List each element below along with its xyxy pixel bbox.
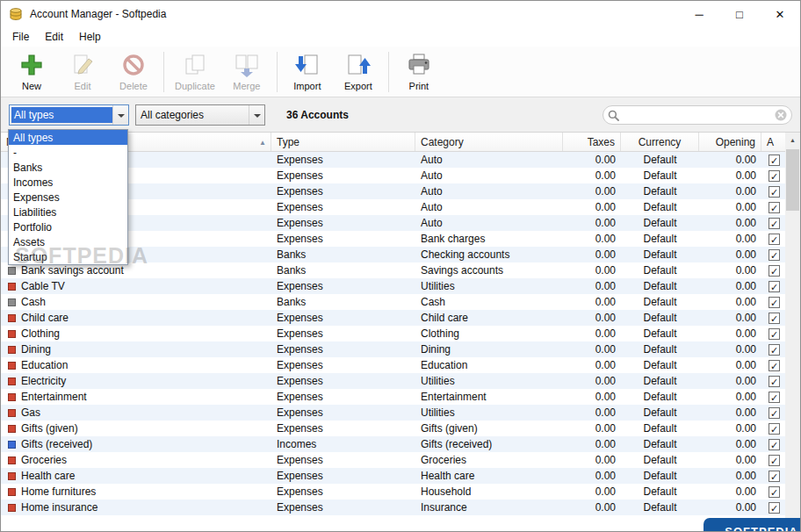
table-row[interactable]: Child careExpensesChild care0.00Default0… xyxy=(1,310,787,326)
active-checkbox[interactable]: ✓ xyxy=(769,186,780,198)
export-button[interactable]: Export xyxy=(333,49,384,95)
search-box[interactable] xyxy=(603,105,792,125)
account-currency-cell: Default xyxy=(621,168,699,183)
active-checkbox[interactable]: ✓ xyxy=(769,218,780,229)
toolbar-button-label: New xyxy=(22,81,41,91)
table-row[interactable]: ClothingExpensesClothing0.00Default0.00✓ xyxy=(1,326,787,341)
column-header-opening[interactable]: Opening xyxy=(699,133,761,151)
table-row[interactable]: Home furnituresExpensesHousehold0.00Defa… xyxy=(1,484,787,500)
active-checkbox[interactable]: ✓ xyxy=(769,344,780,356)
active-checkbox[interactable]: ✓ xyxy=(769,376,780,387)
column-header-category[interactable]: Category xyxy=(415,133,563,151)
search-input[interactable] xyxy=(619,109,775,121)
print-button[interactable]: Print xyxy=(393,49,444,95)
active-checkbox[interactable]: ✓ xyxy=(769,455,780,466)
column-header-taxes[interactable]: Taxes xyxy=(563,133,621,151)
duplicate-icon xyxy=(182,52,208,78)
active-checkbox[interactable]: ✓ xyxy=(769,155,780,166)
type-option-assets[interactable]: Assets xyxy=(9,234,127,249)
toolbar-button-label: Edit xyxy=(75,81,91,91)
active-checkbox[interactable]: ✓ xyxy=(769,423,780,435)
active-checkbox[interactable]: ✓ xyxy=(769,439,780,450)
account-taxes-cell: 0.00 xyxy=(563,389,621,405)
table-row[interactable]: EducationExpensesEducation0.00Default0.0… xyxy=(1,357,787,373)
table-row[interactable]: EntertainmentExpensesEntertainment0.00De… xyxy=(1,389,787,405)
active-checkbox[interactable]: ✓ xyxy=(769,281,780,292)
active-checkbox[interactable]: ✓ xyxy=(769,328,780,340)
account-category-cell: Utilities xyxy=(415,373,563,389)
active-checkbox[interactable]: ✓ xyxy=(769,392,780,403)
type-option-banks[interactable]: Banks xyxy=(9,160,127,175)
active-checkbox[interactable]: ✓ xyxy=(769,265,780,277)
account-currency-cell: Default xyxy=(621,341,699,357)
type-option-expenses[interactable]: Expenses xyxy=(9,190,127,205)
clear-search-icon[interactable] xyxy=(775,109,787,121)
category-filter-dropdown[interactable]: All categories xyxy=(135,104,265,126)
table-row[interactable]: GroceriesExpensesGroceries0.00Default0.0… xyxy=(1,452,787,468)
menu-item-help[interactable]: Help xyxy=(71,28,109,46)
account-currency-cell: Default xyxy=(621,231,699,247)
account-type-cell: Expenses xyxy=(271,500,415,515)
account-type-color-icon xyxy=(8,377,16,385)
table-row[interactable]: Gifts (received)IncomesGifts (received)0… xyxy=(1,436,787,452)
column-header-currency[interactable]: Currency xyxy=(621,133,699,151)
account-currency-cell: Default xyxy=(621,262,699,278)
active-checkbox[interactable]: ✓ xyxy=(769,407,780,419)
vertical-scrollbar[interactable]: ▲ ▼ xyxy=(785,133,800,531)
table-row[interactable]: Cable TVExpensesUtilities0.00Default0.00… xyxy=(1,278,787,294)
type-filter-dropdown[interactable]: All types xyxy=(9,104,129,126)
active-checkbox[interactable]: ✓ xyxy=(769,313,780,324)
type-option-startup[interactable]: Startup xyxy=(9,249,127,264)
scroll-up-arrow[interactable]: ▲ xyxy=(785,133,800,147)
close-button[interactable]: ✕ xyxy=(760,1,800,27)
app-window: Account Manager - Softpedia ─ □ ✕ FileEd… xyxy=(0,0,801,532)
minimize-button[interactable]: ─ xyxy=(679,1,719,27)
account-currency-cell: Default xyxy=(621,484,699,500)
account-taxes-cell: 0.00 xyxy=(563,341,621,357)
table-row[interactable]: Home insuranceExpensesInsurance0.00Defau… xyxy=(1,500,787,515)
active-checkbox[interactable]: ✓ xyxy=(769,202,780,213)
active-checkbox[interactable]: ✓ xyxy=(769,234,780,245)
type-option-dash[interactable]: - xyxy=(9,145,127,160)
account-active-cell: ✓ xyxy=(761,389,787,405)
account-taxes-cell: 0.00 xyxy=(563,373,621,389)
active-checkbox[interactable]: ✓ xyxy=(769,471,780,482)
menu-item-edit[interactable]: Edit xyxy=(37,28,71,46)
active-checkbox[interactable]: ✓ xyxy=(769,360,780,371)
type-option-incomes[interactable]: Incomes xyxy=(9,175,127,190)
table-row[interactable]: Health careExpensesHealth care0.00Defaul… xyxy=(1,468,787,484)
new-button[interactable]: New xyxy=(6,49,57,95)
table-row[interactable]: Gifts (given)ExpensesGifts (given)0.00De… xyxy=(1,421,787,436)
account-active-cell: ✓ xyxy=(761,326,787,341)
column-header-type[interactable]: Type xyxy=(271,133,415,151)
chevron-down-icon xyxy=(112,105,128,125)
scrollbar-thumb[interactable] xyxy=(786,149,799,211)
active-checkbox[interactable]: ✓ xyxy=(769,170,780,182)
table-row[interactable]: DiningExpensesDining0.00Default0.00✓ xyxy=(1,341,787,357)
account-opening-cell: 0.00 xyxy=(699,326,761,341)
active-checkbox[interactable]: ✓ xyxy=(769,502,780,514)
maximize-button[interactable]: □ xyxy=(719,1,760,27)
account-taxes-cell: 0.00 xyxy=(563,278,621,294)
active-checkbox[interactable]: ✓ xyxy=(769,486,780,498)
account-active-cell: ✓ xyxy=(761,341,787,357)
type-option-all-types[interactable]: All types xyxy=(9,130,127,145)
account-type-color-icon xyxy=(8,346,16,354)
active-checkbox[interactable]: ✓ xyxy=(769,297,780,308)
account-taxes-cell: 0.00 xyxy=(563,421,621,436)
category-filter-value: All categories xyxy=(136,105,249,125)
import-button[interactable]: Import xyxy=(282,49,333,95)
menu-item-file[interactable]: File xyxy=(4,28,37,46)
scroll-down-arrow[interactable]: ▼ xyxy=(785,516,800,531)
account-taxes-cell: 0.00 xyxy=(563,231,621,247)
table-row[interactable]: GasExpensesUtilities0.00Default0.00✓ xyxy=(1,405,787,421)
table-row[interactable]: ElectricityExpensesUtilities0.00Default0… xyxy=(1,373,787,389)
account-active-cell: ✓ xyxy=(761,452,787,468)
active-checkbox[interactable]: ✓ xyxy=(769,249,780,261)
table-row[interactable]: CashBanksCash0.00Default0.00✓ xyxy=(1,294,787,310)
account-active-cell: ✓ xyxy=(761,421,787,436)
column-header-a[interactable]: A xyxy=(761,133,787,151)
type-option-liabilities[interactable]: Liabilities xyxy=(9,205,127,219)
toolbar-button-label: Merge xyxy=(233,81,260,91)
type-option-portfolio[interactable]: Portfolio xyxy=(9,219,127,234)
